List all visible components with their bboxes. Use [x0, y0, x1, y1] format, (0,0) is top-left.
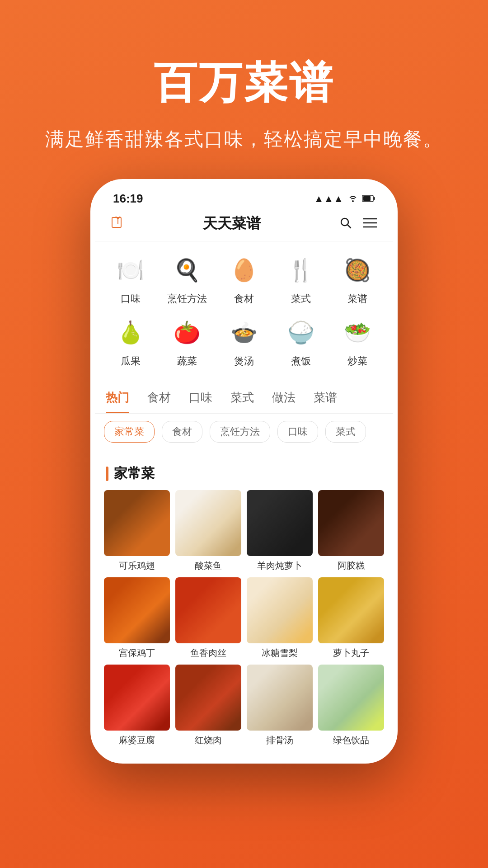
svg-line-6 [347, 225, 351, 228]
battery-icon [362, 193, 375, 205]
recipes-section: 可乐鸡翅 酸菜鱼 羊肉炖萝卜 阿胶糕 宫保鸡丁 鱼香肉丝 冰糖雪梨 萝卜丸子 麻… [95, 490, 393, 759]
recipe-card[interactable]: 羊肉炖萝卜 [247, 490, 313, 572]
hero-subtitle: 满足鲜香甜辣各式口味，轻松搞定早中晚餐。 [27, 127, 461, 152]
category-item[interactable]: 🥘 菜谱 [331, 252, 384, 306]
tab-item[interactable]: 食材 [147, 390, 171, 413]
tab-item[interactable]: 做法 [272, 390, 296, 413]
recipe-image [247, 665, 313, 731]
category-icon: 🍲 [226, 315, 262, 351]
tab-item[interactable]: 菜式 [230, 390, 254, 413]
category-label: 食材 [234, 292, 254, 306]
category-item[interactable]: 🍅 蔬菜 [161, 315, 214, 368]
recipe-name: 萝卜丸子 [318, 647, 384, 659]
wifi-icon [348, 193, 358, 205]
recipe-image [247, 490, 313, 556]
recipe-name: 可乐鸡翅 [104, 560, 170, 572]
category-label: 炒菜 [347, 354, 367, 368]
category-grid: 🍽️ 口味 🍳 烹饪方法 🥚 食材 🍴 菜式 🥘 菜谱 🍐 瓜果 🍅 蔬菜 🍲 … [104, 252, 384, 368]
signal-icon: ▲▲▲ [314, 193, 343, 205]
svg-rect-2 [363, 196, 371, 201]
recipe-card[interactable]: 萝卜丸子 [318, 577, 384, 659]
category-label: 口味 [121, 292, 141, 306]
recipe-row: 麻婆豆腐 红烧肉 排骨汤 绿色饮品 [104, 665, 384, 746]
header-actions [339, 216, 377, 231]
app-header: 天天菜谱 [95, 209, 393, 241]
filter-chip[interactable]: 食材 [162, 421, 202, 443]
recipe-card[interactable]: 冰糖雪梨 [247, 577, 313, 659]
tab-item[interactable]: 口味 [189, 390, 212, 413]
hero-title: 百万菜谱 [27, 54, 461, 113]
recipe-card[interactable]: 可乐鸡翅 [104, 490, 170, 572]
recipe-name: 羊肉炖萝卜 [247, 560, 313, 572]
phone-frame: 16:19 ▲▲▲ 天天菜谱 [90, 179, 398, 764]
section-indicator [106, 467, 108, 481]
category-item[interactable]: 🍚 煮饭 [274, 315, 328, 368]
category-icon: 🍚 [283, 315, 319, 351]
recipe-name: 麻婆豆腐 [104, 734, 170, 746]
recipe-card[interactable]: 酸菜鱼 [175, 490, 241, 572]
category-section: 🍽️ 口味 🍳 烹饪方法 🥚 食材 🍴 菜式 🥘 菜谱 🍐 瓜果 🍅 蔬菜 🍲 … [95, 241, 393, 375]
phone-mockup: 16:19 ▲▲▲ 天天菜谱 [90, 179, 398, 868]
category-item[interactable]: 🍽️ 口味 [104, 252, 157, 306]
recipe-image [318, 490, 384, 556]
category-label: 菜谱 [347, 292, 367, 306]
recipe-image [175, 577, 241, 643]
category-label: 煲汤 [234, 354, 254, 368]
category-icon: 🍐 [113, 315, 149, 351]
category-icon: 🍽️ [113, 252, 149, 288]
tab-item[interactable]: 热门 [106, 390, 129, 413]
recipe-name: 酸菜鱼 [175, 560, 241, 572]
category-item[interactable]: 🍴 菜式 [274, 252, 328, 306]
hero-section: 百万菜谱 满足鲜香甜辣各式口味，轻松搞定早中晚餐。 [0, 0, 488, 179]
recipe-image [175, 665, 241, 731]
filter-chip[interactable]: 烹饪方法 [210, 421, 270, 443]
recipe-name: 排骨汤 [247, 734, 313, 746]
category-item[interactable]: 🍳 烹饪方法 [161, 252, 214, 306]
tab-item[interactable]: 菜谱 [314, 390, 337, 413]
recipe-card[interactable]: 宫保鸡丁 [104, 577, 170, 659]
category-icon: 🍴 [283, 252, 319, 288]
share-icon[interactable] [111, 216, 125, 232]
filter-chip[interactable]: 家常菜 [104, 421, 155, 443]
search-icon[interactable] [339, 216, 352, 231]
recipe-name: 冰糖雪梨 [247, 647, 313, 659]
category-item[interactable]: 🥗 炒菜 [331, 315, 384, 368]
category-icon: 🥗 [339, 315, 375, 351]
menu-icon[interactable] [363, 217, 377, 230]
recipe-card[interactable]: 绿色饮品 [318, 665, 384, 746]
category-item[interactable]: 🍲 煲汤 [217, 315, 271, 368]
svg-rect-1 [374, 197, 375, 200]
recipe-image [104, 490, 170, 556]
tabs-section: 热门食材口味菜式做法菜谱 [95, 382, 393, 414]
recipe-image [175, 490, 241, 556]
recipe-card[interactable]: 排骨汤 [247, 665, 313, 746]
recipe-image [104, 665, 170, 731]
recipe-name: 宫保鸡丁 [104, 647, 170, 659]
filter-chip[interactable]: 口味 [277, 421, 318, 443]
section-title: 家常菜 [114, 464, 155, 483]
recipe-row: 可乐鸡翅 酸菜鱼 羊肉炖萝卜 阿胶糕 [104, 490, 384, 572]
recipe-name: 红烧肉 [175, 734, 241, 746]
category-icon: 🍳 [169, 252, 205, 288]
category-label: 煮饭 [291, 354, 311, 368]
status-icons: ▲▲▲ [314, 193, 375, 205]
recipe-name: 绿色饮品 [318, 734, 384, 746]
category-item[interactable]: 🥚 食材 [217, 252, 271, 306]
category-icon: 🥚 [226, 252, 262, 288]
recipe-card[interactable]: 鱼香肉丝 [175, 577, 241, 659]
filter-section: 家常菜食材烹饪方法口味菜式 [95, 414, 393, 450]
filter-chip[interactable]: 菜式 [325, 421, 366, 443]
category-label: 烹饪方法 [167, 292, 207, 306]
status-time: 16:19 [113, 192, 143, 206]
recipe-row: 宫保鸡丁 鱼香肉丝 冰糖雪梨 萝卜丸子 [104, 577, 384, 659]
recipe-card[interactable]: 阿胶糕 [318, 490, 384, 572]
recipe-card[interactable]: 红烧肉 [175, 665, 241, 746]
category-label: 瓜果 [121, 354, 141, 368]
svg-rect-3 [112, 217, 121, 227]
recipe-image [318, 577, 384, 643]
category-label: 菜式 [291, 292, 311, 306]
section-header: 家常菜 [95, 455, 393, 490]
recipe-card[interactable]: 麻婆豆腐 [104, 665, 170, 746]
category-label: 蔬菜 [177, 354, 197, 368]
category-item[interactable]: 🍐 瓜果 [104, 315, 157, 368]
